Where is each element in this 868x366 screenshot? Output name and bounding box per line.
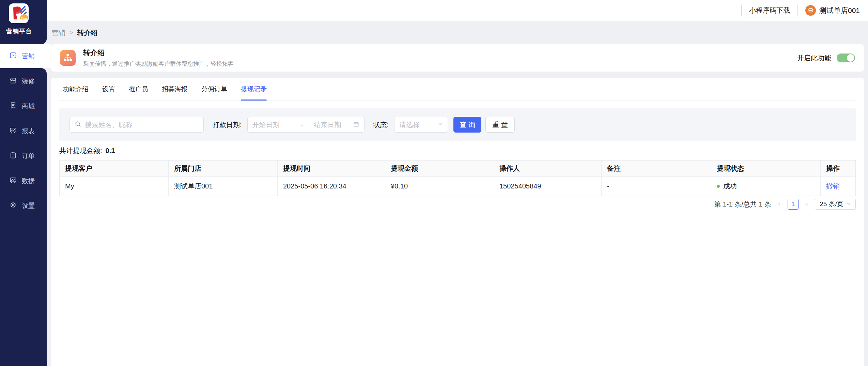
summary-label: 共计提现金额: [59,146,102,155]
table-row: My 测试单店001 2025-05-06 16:20:34 ¥0.10 150… [60,177,855,196]
tab-recruit-poster[interactable]: 招募海报 [162,78,188,101]
storefront-icon [9,77,17,86]
breadcrumb: 营销 > 转介绍 [52,21,98,44]
col-withdraw-amount: 提现金额 [385,161,494,177]
reset-button[interactable]: 重 置 [485,117,515,133]
toggle-label: 开启此功能 [797,54,831,63]
sidebar-item-settings[interactable]: 设置 [0,193,47,218]
chevron-down-icon [846,200,851,208]
sidebar-item-decoration[interactable]: 装修 [0,69,47,94]
page-size-value: 25 条/页 [820,200,843,209]
status-text: 成功 [723,182,737,191]
feature-header-card: 转介绍 裂变传播，通过推广奖励激励客户群体帮您推广，轻松拓客 开启此功能 [51,44,864,72]
topbar: 小程序码下载 测试单店001 [47,0,868,21]
brand-logo-icon: Pro [9,3,29,23]
store-avatar-icon [805,5,816,16]
calendar-icon [353,121,359,129]
tab-promoters[interactable]: 推广员 [129,78,148,101]
query-button[interactable]: 查 询 [453,117,481,133]
status-dot-icon [717,185,720,188]
cell-action: 撤销 [821,177,855,196]
referral-feature-icon [60,50,76,66]
filter-bar: 打款日期: → 状态: 请选择 查 [59,108,856,141]
account-menu[interactable]: 测试单店001 [805,5,860,16]
date-range-picker: → [247,117,365,133]
sidebar-active-row: 营销 [0,44,51,68]
status-label: 状态: [373,120,389,129]
cell-time: 2025-05-06 16:20:34 [278,177,385,196]
col-withdraw-time: 提现时间 [278,161,385,177]
search-input[interactable] [85,121,199,129]
cell-amount: ¥0.10 [385,177,494,196]
sidebar-item-data[interactable]: 数据 [0,168,47,193]
tab-feature-intro[interactable]: 功能介绍 [63,78,89,101]
sidebar-item-label: 报表 [22,127,35,136]
sidebar-item-reports[interactable]: 报表 [0,119,47,143]
pagination-total: 第 1-1 条/总共 1 条 [714,200,771,209]
summary-value: 0.1 [106,147,115,155]
next-page-icon[interactable] [803,199,810,210]
breadcrumb-current: 转介绍 [77,28,98,37]
feature-toggle-group: 开启此功能 [797,54,855,63]
tab-withdrawal-records[interactable]: 提现记录 [241,78,267,101]
clipboard-icon [9,151,17,161]
sidebar-item-orders[interactable]: 订单 [0,143,47,168]
tab-settings[interactable]: 设置 [102,78,115,101]
status-select[interactable]: 请选择 [394,117,448,133]
cell-status: 成功 [711,177,821,196]
breadcrumb-parent[interactable]: 营销 [52,28,65,37]
col-action: 操作 [821,161,855,177]
toggle-knob [847,54,854,62]
bookmark-star-icon [9,102,17,111]
search-box [69,117,204,133]
sidebar-item-mall[interactable]: 商城 [0,94,47,119]
end-date-input[interactable] [314,121,351,129]
revoke-link[interactable]: 撤销 [826,182,840,191]
main-card: 功能介绍 设置 推广员 招募海报 分佣订单 提现记录 打款日期: → [51,78,864,366]
page-size-select[interactable]: 25 条/页 [815,199,856,210]
table-header-row: 提现客户 所属门店 提现时间 提现金额 操作人 备注 提现状态 操作 [60,161,855,177]
gear-icon [9,201,17,211]
cell-customer: My [60,177,169,196]
feature-description: 裂变传播，通过推广奖励激励客户群体帮您推广，轻松拓客 [83,60,234,68]
cell-remark: - [602,177,711,196]
sidebar: Pro 营销平台 营销 [0,0,51,366]
payment-date-label: 打款日期: [213,120,242,129]
sidebar-item-marketing[interactable]: 营销 [0,44,51,68]
sidebar-nav: 装修 商城 报表 [0,68,47,366]
chevron-down-icon [437,121,443,128]
chart-board-icon [9,126,17,136]
breadcrumb-separator: > [69,29,73,36]
sidebar-item-label: 订单 [22,152,35,161]
marketing-icon [9,51,17,61]
page-number-1[interactable]: 1 [788,199,799,210]
sidebar-item-label: 装修 [22,77,35,86]
cell-operator: 15025405849 [494,177,602,196]
feature-toggle-switch[interactable] [837,54,855,62]
feature-title: 转介绍 [83,48,234,58]
pagination: 第 1-1 条/总共 1 条 1 25 条/页 [59,199,856,210]
col-store: 所属门店 [169,161,278,177]
data-board-icon [9,176,17,186]
feature-text: 转介绍 裂变传播，通过推广奖励激励客户群体帮您推广，轻松拓客 [83,48,234,68]
search-icon [75,121,81,129]
range-arrow-icon: → [291,121,312,128]
miniprogram-code-download-button[interactable]: 小程序码下载 [741,4,798,17]
col-operator: 操作人 [494,161,602,177]
sidebar-item-label: 数据 [22,177,35,185]
sidebar-item-label: 设置 [22,201,35,210]
withdrawal-records-table: 提现客户 所属门店 提现时间 提现金额 操作人 备注 提现状态 操作 My 测试… [59,160,856,196]
platform-name: 营销平台 [6,27,41,35]
tab-commission-orders[interactable]: 分佣订单 [201,78,227,101]
marketing-platform-page: 小程序码下载 测试单店001 Pro [0,0,868,366]
withdrawal-total-summary: 共计提现金额: 0.1 [59,146,856,155]
sidebar-item-label: 营销 [22,52,35,61]
cell-store: 测试单店001 [169,177,278,196]
sidebar-brand-block: Pro 营销平台 [0,0,47,44]
svg-text:Pro: Pro [21,17,27,21]
start-date-input[interactable] [252,121,289,129]
tab-bar: 功能介绍 设置 推广员 招募海报 分佣订单 提现记录 [59,78,856,101]
account-name: 测试单店001 [819,6,860,15]
prev-page-icon[interactable] [776,199,783,210]
sidebar-item-label: 商城 [22,102,35,111]
